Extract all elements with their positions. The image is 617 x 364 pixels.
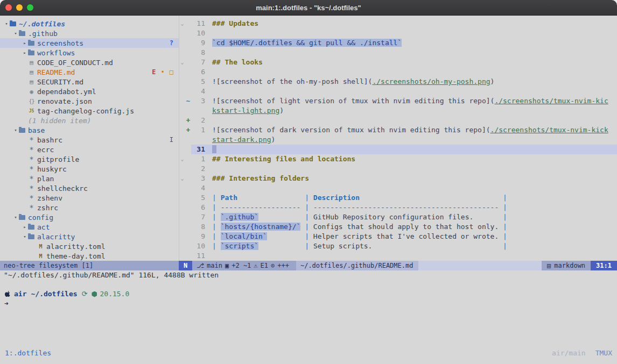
tree-item-shellcheckrc[interactable]: *shellcheckrc: [0, 183, 179, 193]
tree-item-label: alacritty: [37, 233, 75, 241]
tree-item-bashrc[interactable]: *bashrcI: [0, 135, 179, 145]
line-number: 10: [191, 28, 209, 38]
neo-tree-sidebar: ▾~/.dotfiles▾.github▸screenshots?▸workfl…: [0, 16, 179, 261]
tree-item-label: shellcheckrc: [37, 184, 88, 192]
tree-item-zshenv[interactable]: *zshenv: [0, 193, 179, 203]
window-title: main:1:.dotfiles - "ks~/.dotfiles": [256, 4, 361, 12]
statusline-fill: [418, 261, 542, 270]
editor-line[interactable]: 10| `scripts` | Setup scripts. |: [179, 241, 617, 251]
tree-item-workflows[interactable]: ▸workflows: [0, 48, 179, 58]
text-segment: |: [499, 242, 507, 250]
diff-counts: +2 ~1: [232, 262, 251, 269]
tree-item-label: alacritty.toml: [46, 242, 106, 251]
tree-item-code-of-conduct.md[interactable]: ▤CODE_OF_CONDUCT.md: [0, 58, 179, 67]
tree-item-theme-day.toml[interactable]: Mtheme-day.toml: [0, 251, 179, 261]
folder-icon: [28, 234, 34, 239]
editor-line[interactable]: 9| `local/bin` | Helper scripts that I'v…: [179, 232, 617, 241]
tree-item-config[interactable]: ▾config: [0, 212, 179, 222]
tree-item-alacritty[interactable]: ▾alacritty: [0, 232, 179, 241]
text-segment: ./screenshots/tmux-nvim-kick: [490, 126, 608, 134]
fold-column: [179, 145, 185, 154]
editor-line[interactable]: 8| `hosts/{hostname}/` | Configs that sh…: [179, 222, 617, 232]
fold-column: [179, 222, 185, 232]
tree-item-huskyrc[interactable]: *huskyrc: [0, 164, 179, 174]
editor-line[interactable]: ⌄11### Updates: [179, 19, 617, 28]
fold-open-icon: ⌄: [179, 58, 185, 67]
zoom-button[interactable]: [27, 4, 33, 11]
fold-column: [179, 87, 185, 96]
editor-line[interactable]: start-dark.png): [179, 135, 617, 145]
tree-item-zshrc[interactable]: *zshrc: [0, 203, 179, 212]
tree-item-.github[interactable]: ▾.github: [0, 28, 179, 38]
line-number: 8: [191, 48, 209, 58]
editor-line[interactable]: kstart-light.png): [179, 106, 617, 116]
markdown-file-icon: ▤: [547, 262, 551, 269]
line-number: [191, 135, 209, 145]
fold-column: [179, 164, 185, 174]
toml-icon: M: [37, 244, 44, 249]
editor-line[interactable]: ⌄1## Interesting files and locations: [179, 154, 617, 164]
line-number: 31: [191, 145, 209, 154]
chevron-down-icon: ▾: [12, 127, 19, 133]
text-segment: |: [499, 223, 507, 231]
line-text: ![screenshot of dark version of tmux wit…: [209, 125, 617, 135]
text-segment: start-dark.png: [212, 135, 271, 144]
javascript-icon: JS: [28, 109, 35, 113]
text-segment: `cd $HOME/.dotfiles && git pull && ./ins…: [212, 39, 402, 47]
tmux-window-item[interactable]: 1:.dotfiles: [5, 349, 51, 357]
tree-item-ecrc[interactable]: *ecrc: [0, 145, 179, 154]
shell-file-icon: *: [28, 194, 35, 202]
tree-item--.dotfiles[interactable]: ▾~/.dotfiles: [0, 19, 179, 28]
gitsign-changed: ~: [185, 96, 191, 106]
tree-item-tag-changelog-config.js[interactable]: JStag-changelog-config.js: [0, 106, 179, 116]
editor-line[interactable]: 6: [179, 67, 617, 77]
editor-line[interactable]: 6| ------------------- | ---------------…: [179, 203, 617, 212]
tree-item-readme.md[interactable]: ▤README.mdE•□: [0, 67, 179, 77]
tree-item-label: config: [28, 213, 53, 222]
editor-line[interactable]: 8: [179, 48, 617, 58]
editor-line[interactable]: 10: [179, 28, 617, 38]
tree-item-act[interactable]: ▸act: [0, 222, 179, 232]
editor-line[interactable]: ⌄3### Interesting folders: [179, 174, 617, 183]
editor-cursor-line[interactable]: 31: [179, 145, 617, 154]
close-button[interactable]: [5, 4, 12, 11]
sign-column: [185, 251, 191, 261]
tree-item-base[interactable]: ▾base: [0, 125, 179, 135]
text-segment: Helper scripts that I've collected or wr…: [313, 232, 499, 240]
text-segment: kstart-light.png: [212, 106, 279, 115]
fold-open-icon: ⌄: [179, 174, 185, 183]
tree-item--1-hidden-item-[interactable]: (1 hidden item): [0, 116, 179, 125]
editor-buffer[interactable]: ⌄11### Updates109`cd $HOME/.dotfiles && …: [179, 16, 617, 261]
editor-line[interactable]: 5![screenshot of the oh-my-posh shell](.…: [179, 77, 617, 87]
line-text: [209, 183, 617, 193]
editor-line[interactable]: +1![screenshot of dark version of tmux w…: [179, 125, 617, 135]
editor-line[interactable]: 7| `.github` | GitHub Repository configu…: [179, 212, 617, 222]
editor-line[interactable]: 4: [179, 87, 617, 96]
tree-item-alacritty.toml[interactable]: Malacritty.toml: [0, 241, 179, 251]
shell-file-icon: *: [28, 155, 35, 163]
folder-icon: [19, 215, 25, 220]
tree-item-screenshots[interactable]: ▸screenshots?: [0, 38, 179, 48]
tree-item-renovate.json[interactable]: {}renovate.json: [0, 96, 179, 106]
editor-line[interactable]: 9`cd $HOME/.dotfiles && git pull && ./in…: [179, 38, 617, 48]
editor-line[interactable]: 4: [179, 183, 617, 193]
editor-line[interactable]: ⌄7## The looks: [179, 58, 617, 67]
sign-column: [185, 135, 191, 145]
tree-item-security.md[interactable]: ▤SECURITY.md: [0, 77, 179, 87]
line-text: kstart-light.png): [209, 106, 617, 116]
diagnostic-error-badge: E: [152, 68, 156, 76]
folder-icon: [28, 51, 34, 55]
editor-line[interactable]: 11: [179, 251, 617, 261]
editor-line[interactable]: ~3![screenshot of light version of tmux …: [179, 96, 617, 106]
tree-item-gitprofile[interactable]: *gitprofile: [0, 154, 179, 164]
fold-column: [179, 28, 185, 38]
editor-line[interactable]: +2: [179, 116, 617, 125]
text-segment: -------------------: [221, 203, 301, 211]
editor-line[interactable]: 5| Path | Description |: [179, 193, 617, 203]
sign-column: [185, 67, 191, 77]
editor-line[interactable]: 2: [179, 164, 617, 174]
tree-item-plan[interactable]: *plan: [0, 174, 179, 183]
minimize-button[interactable]: [16, 4, 23, 11]
tree-item-dependabot.yml[interactable]: ◉dependabot.yml: [0, 87, 179, 96]
titlebar: main:1:.dotfiles - "ks~/.dotfiles": [0, 0, 617, 16]
